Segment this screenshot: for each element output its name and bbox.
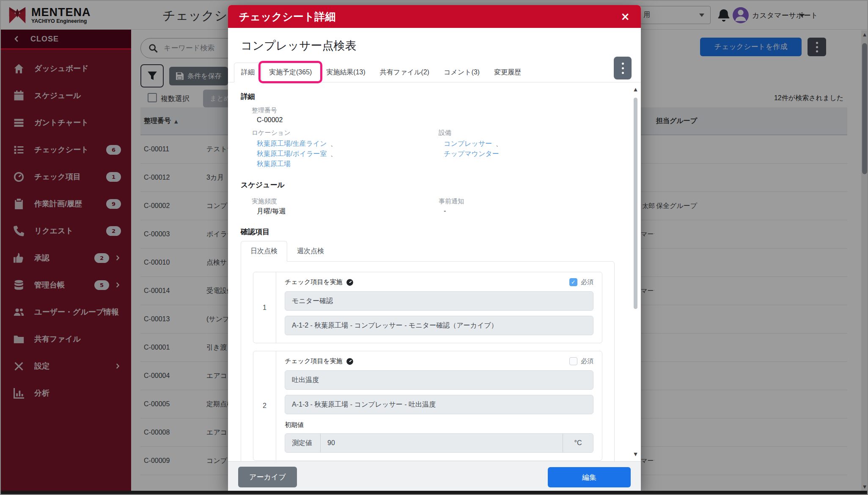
- check-item-name-field: モニター確認: [285, 291, 593, 311]
- link-separator: 、: [496, 140, 502, 147]
- check-item-number: 1: [253, 272, 276, 343]
- check-item-master-field: A-1-3 - 秋葉原工場 - コンプレッサー - 吐出温度: [285, 395, 593, 414]
- subtab-label: 日次点検: [250, 247, 277, 254]
- modal-scrollbar[interactable]: ▲ ▼: [633, 87, 638, 457]
- scroll-up-icon[interactable]: ▲: [633, 87, 638, 92]
- modal-scroll-area: 詳細 整理番号 C-00002 ロケーション 秋葉原工場/生産ライン 、 秋葉原…: [228, 82, 641, 461]
- close-icon[interactable]: ×: [621, 11, 630, 22]
- id-label: 整理番号: [252, 107, 615, 115]
- location-link[interactable]: 秋葉原工場/ボイラー室: [257, 150, 327, 157]
- modal-tab[interactable]: 実施予定(365): [262, 63, 319, 82]
- modal-tabs: 詳細 実施予定(365) 実施結果(13) 共有ファイル(2) コメント(3) …: [228, 63, 641, 82]
- initial-value-group: 測定値 90 °C: [285, 433, 593, 453]
- modal-footer: アーカイブ 編集: [228, 461, 641, 492]
- check-item-master-field: A-1-2 - 秋葉原工場 - コンプレッサー - モニター確認（アーカイブ）: [285, 316, 593, 335]
- app-window: MENTENA YACHIYO Engineering チェックシート 用 カス…: [0, 0, 868, 495]
- check-item-tab[interactable]: 日次点検: [241, 241, 287, 262]
- location-label: ロケーション: [252, 129, 428, 137]
- window-bottom-edge: [1, 491, 867, 494]
- scroll-down-icon[interactable]: ▼: [633, 451, 638, 457]
- modal-title: チェックシート詳細: [239, 10, 336, 24]
- notice-value: -: [444, 207, 615, 215]
- check-item-type-label: チェック項目を実施: [285, 357, 343, 365]
- initial-value-unit: °C: [563, 434, 593, 452]
- modal-tab[interactable]: 共有ファイル(2): [373, 63, 437, 82]
- sheet-head: コンプレッサー点検表: [228, 28, 641, 53]
- check-items-heading: 確認項目: [241, 227, 615, 237]
- required-label: 必須: [581, 278, 593, 286]
- required-label: 必須: [581, 357, 593, 365]
- initial-value-number: 90: [321, 434, 563, 452]
- frequency-value: 月曜/毎週: [257, 207, 428, 216]
- notice-label: 事前通知: [439, 197, 615, 205]
- modal-title-bar: チェックシート詳細 ×: [228, 5, 641, 28]
- subtab-label: 週次点検: [297, 247, 324, 254]
- link-separator: 、: [330, 140, 337, 147]
- check-item-name-field: 吐出温度: [285, 370, 593, 390]
- check-item-card: 2 チェック項目を実施 必須: [253, 351, 602, 461]
- tab-label: 実施結果(13): [326, 68, 365, 76]
- check-item-type-label: チェック項目を実施: [285, 278, 343, 286]
- id-value: C-00002: [257, 116, 615, 124]
- check-items-panel: 1 チェック項目を実施 ✓ 必須: [241, 261, 615, 461]
- sheet-title: コンプレッサー点検表: [241, 38, 628, 53]
- archive-button[interactable]: アーカイブ: [238, 467, 297, 487]
- tab-label: 変更履歴: [494, 68, 521, 76]
- modal-tab[interactable]: 変更履歴: [487, 63, 528, 82]
- tab-label: 実施予定(365): [269, 68, 312, 76]
- required-checkbox[interactable]: ✓: [569, 278, 577, 286]
- link-separator: 、: [330, 150, 337, 157]
- checksheet-detail-modal: チェックシート詳細 × コンプレッサー点検表 詳細 実施予定(365) 実施結果…: [228, 5, 641, 492]
- tab-label: 詳細: [241, 68, 255, 76]
- check-item-tabs: 日次点検 週次点検: [241, 241, 615, 262]
- check-item-card: 1 チェック項目を実施 ✓ 必須: [253, 272, 602, 343]
- equipment-link[interactable]: コンプレッサー: [444, 140, 492, 147]
- equipment-label: 設備: [439, 129, 615, 137]
- gauge-icon: [346, 358, 354, 365]
- location-link[interactable]: 秋葉原工場: [257, 160, 291, 167]
- location-link[interactable]: 秋葉原工場/生産ライン: [257, 140, 327, 147]
- equipment-link[interactable]: チップマウンター: [444, 150, 499, 157]
- modal-tab[interactable]: 実施結果(13): [319, 63, 372, 82]
- modal-kebab-menu-icon[interactable]: [614, 57, 632, 79]
- tab-label: コメント(3): [444, 68, 480, 76]
- detail-heading: 詳細: [241, 92, 615, 101]
- modal-scrollbar-thumb[interactable]: [634, 98, 637, 309]
- modal-tab[interactable]: 詳細: [234, 63, 262, 82]
- initial-value-label: 初期値: [285, 421, 593, 429]
- modal-tab[interactable]: コメント(3): [437, 63, 487, 82]
- initial-value-name: 測定値: [285, 434, 321, 452]
- check-item-tab[interactable]: 週次点検: [287, 241, 334, 262]
- frequency-label: 実施頻度: [252, 197, 428, 205]
- check-item-number: 2: [253, 351, 276, 460]
- tab-label: 共有ファイル(2): [380, 68, 429, 76]
- gauge-icon: [346, 279, 354, 286]
- schedule-heading: スケジュール: [241, 180, 615, 190]
- required-checkbox[interactable]: [569, 357, 577, 365]
- edit-button[interactable]: 編集: [548, 467, 631, 487]
